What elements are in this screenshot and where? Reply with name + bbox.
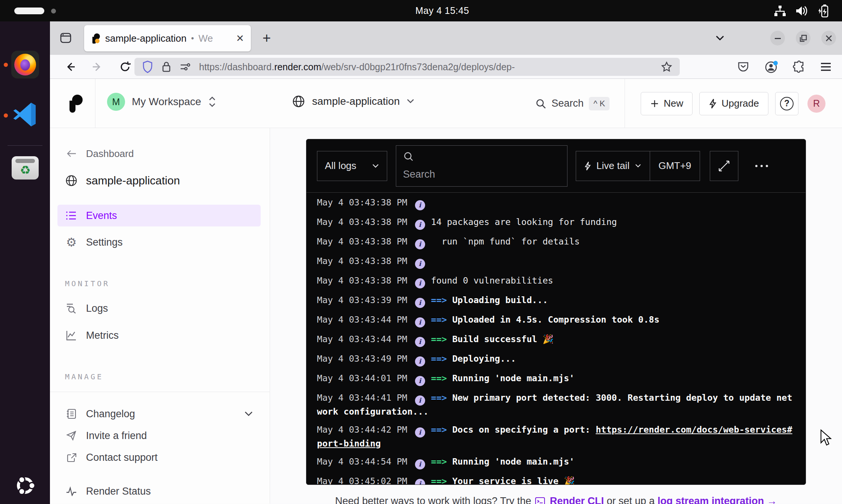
sidebar-service-title[interactable]: sample-application (50, 172, 270, 190)
log-arrow: ==> (431, 476, 453, 485)
search-label: Search (552, 98, 584, 109)
sidebar-item-logs[interactable]: Logs (50, 299, 270, 317)
lock-icon[interactable] (161, 61, 171, 73)
vscode-icon (12, 101, 38, 128)
external-link-icon (65, 452, 78, 463)
live-tail-dropdown[interactable]: Live tail (576, 151, 650, 181)
info-icon: i (415, 459, 425, 469)
window-minimize-button[interactable] (770, 31, 785, 45)
log-toolbar: All logs Search Live tai (306, 139, 806, 193)
render-status-label: Render Status (86, 486, 151, 497)
ubuntu-logo-icon[interactable] (14, 474, 37, 497)
search-icon (535, 98, 546, 109)
back-button[interactable] (63, 60, 77, 74)
workspace-indicator-dot[interactable] (51, 9, 56, 14)
log-row: May 4 03:43:44 PMi==> Uploaded in 4.5s. … (317, 314, 795, 327)
sidebar-item-metrics[interactable]: Metrics (50, 326, 270, 344)
network-icon[interactable] (774, 5, 786, 17)
log-search-placeholder: Search (403, 169, 435, 180)
account-avatar[interactable]: R (807, 95, 825, 113)
sidebar-item-events[interactable]: Events (57, 205, 261, 226)
log-row: May 4 03:43:38 PMi (317, 255, 795, 269)
firefox-icon (14, 54, 36, 75)
log-output[interactable]: May 4 03:43:38 PMiMay 4 03:43:38 PMi14 p… (306, 193, 806, 485)
service-selector[interactable]: sample-application (292, 95, 415, 108)
system-tray[interactable] (774, 4, 831, 18)
tracking-protection-shield-icon[interactable] (142, 60, 153, 73)
workspace-indicator-pill[interactable] (14, 8, 44, 14)
sidebar-item-changelog[interactable]: Changelog (50, 405, 270, 423)
tab-bar: sample-application • We ✕ + (50, 21, 842, 55)
service-title-label: sample-application (86, 174, 180, 187)
log-row: May 4 03:43:44 PMi==> Build successful 🎉 (317, 333, 795, 347)
render-logo[interactable] (66, 94, 84, 113)
global-search[interactable]: Search ^ K (535, 97, 610, 110)
lightning-icon (584, 161, 591, 171)
bookmark-star-icon[interactable] (661, 61, 672, 72)
menu-hamburger-icon[interactable] (820, 62, 832, 72)
terminal-icon (535, 497, 545, 504)
help-button[interactable]: ? (775, 92, 798, 115)
pocket-icon[interactable] (737, 61, 749, 72)
log-filter-dropdown[interactable]: All logs (317, 151, 387, 181)
settings-label: Settings (86, 237, 123, 248)
url-text[interactable]: https://dashboard.render.com/web/srv-d0b… (199, 62, 653, 72)
dock-trash-icon[interactable]: ♻ (11, 154, 39, 182)
info-icon: i (415, 427, 425, 438)
log-arrow: ==> (431, 295, 453, 305)
url-bar[interactable]: https://dashboard.render.com/web/srv-d0b… (134, 58, 680, 76)
log-timestamp: May 4 03:43:38 PM (317, 217, 407, 227)
reload-button[interactable] (118, 60, 132, 74)
live-tail-label: Live tail (596, 160, 629, 172)
status-pulse-icon (65, 486, 78, 496)
battery-charging-icon[interactable] (817, 4, 831, 18)
expand-logs-button[interactable] (710, 151, 738, 181)
log-row: May 4 03:43:38 PMi (317, 196, 795, 210)
system-top-bar: May 4 15:45 (0, 0, 842, 21)
log-row: May 4 03:44:01 PMi==> Running 'node main… (317, 372, 795, 386)
chevron-down-icon[interactable] (244, 411, 253, 417)
sidebar-back-dashboard[interactable]: Dashboard (50, 145, 270, 163)
sort-chevrons-icon (208, 95, 216, 108)
new-tab-button[interactable]: + (263, 30, 271, 46)
workspace-switcher[interactable]: M My Workspace (107, 93, 216, 111)
log-timestamp: May 4 03:44:54 PM (317, 456, 407, 467)
new-button[interactable]: New (641, 92, 693, 115)
log-timestamp: May 4 03:44:01 PM (317, 373, 407, 383)
info-icon: i (415, 395, 425, 406)
render-cli-link[interactable]: Render CLI (550, 495, 604, 504)
support-label: Contact support (86, 452, 158, 463)
lightning-icon (709, 98, 717, 109)
account-icon[interactable] (764, 60, 779, 74)
window-maximize-button[interactable] (796, 31, 810, 45)
extensions-icon[interactable] (793, 60, 806, 73)
window-close-button[interactable] (821, 31, 836, 45)
dock-vscode-icon[interactable] (11, 100, 39, 129)
forward-button[interactable] (91, 60, 104, 74)
sidebar-section-manage: MANAGE (50, 368, 270, 386)
dock-firefox-icon[interactable] (11, 50, 39, 79)
sidebar-item-support[interactable]: Contact support (50, 448, 270, 466)
sidebar-item-settings[interactable]: ⚙ Settings (50, 233, 270, 251)
browser-tab[interactable]: sample-application • We ✕ (84, 25, 251, 51)
timezone-button[interactable]: GMT+9 (650, 151, 699, 181)
permissions-icon[interactable] (180, 62, 191, 72)
log-timestamp: May 4 03:43:44 PM (317, 314, 407, 325)
log-message: Build successful 🎉 (452, 334, 554, 344)
volume-icon[interactable] (795, 5, 809, 17)
tab-close-button[interactable]: ✕ (236, 33, 244, 44)
info-icon: i (415, 376, 425, 386)
list-tabs-chevron-icon[interactable] (715, 33, 725, 42)
log-stream-integration-link[interactable]: log stream integration → (658, 495, 777, 504)
sidebar-item-render-status[interactable]: Render Status (50, 482, 270, 500)
log-message: Docs on specifying a port: (452, 424, 596, 435)
sidebar-item-invite[interactable]: Invite a friend (50, 427, 270, 445)
chevron-down-icon (406, 98, 415, 104)
log-search-input[interactable]: Search (396, 145, 567, 187)
log-more-options-button[interactable] (755, 165, 768, 167)
render-dashboard-page: M My Workspace sample-application Search… (50, 79, 842, 504)
upgrade-button[interactable]: Upgrade (699, 92, 768, 115)
log-timestamp: May 4 03:44:42 PM (317, 424, 407, 435)
system-clock[interactable]: May 4 15:45 (415, 5, 469, 16)
firefox-view-icon[interactable] (59, 31, 72, 45)
